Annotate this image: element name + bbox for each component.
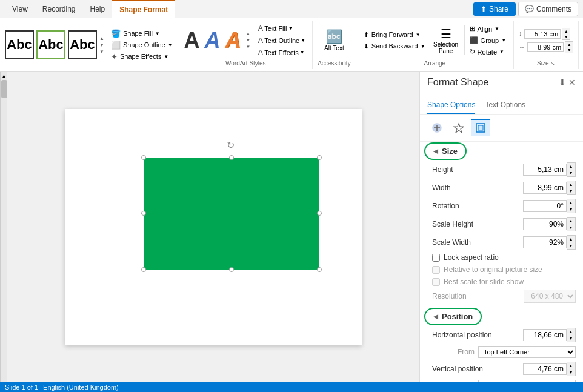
handle-top-middle[interactable]: [229, 155, 234, 160]
handle-middle-left[interactable]: [141, 211, 146, 216]
rotation-spin-down[interactable]: ▼: [567, 206, 575, 213]
rotation-input[interactable]: [523, 200, 567, 212]
green-rectangle[interactable]: ↻: [144, 158, 319, 270]
width-input[interactable]: [527, 42, 564, 52]
best-scale-checkbox[interactable]: [432, 278, 440, 286]
width-panel-spin-up[interactable]: ▲: [567, 181, 575, 188]
handle-top-left[interactable]: [141, 155, 146, 160]
height-spin-down[interactable]: ▼: [562, 34, 570, 39]
wordart-a-blue[interactable]: A: [205, 30, 221, 51]
panel-header-buttons: ⬇ ✕: [559, 78, 576, 87]
scroll-up-btn[interactable]: ▲: [1, 72, 7, 79]
style-scroll-down[interactable]: ▼: [99, 42, 104, 48]
v-pos-spin: ▲ ▼: [567, 362, 576, 376]
h-pos-spin-down[interactable]: ▼: [567, 335, 575, 342]
scroll-thumb[interactable]: [1, 80, 7, 98]
relative-original-checkbox[interactable]: [432, 266, 440, 274]
scale-height-spin-up[interactable]: ▲: [567, 218, 575, 224]
shape-style-2[interactable]: Abc: [36, 30, 65, 59]
handle-top-right[interactable]: [317, 155, 322, 160]
height-panel-spin-down[interactable]: ▼: [567, 170, 575, 176]
resolution-select[interactable]: 640 x 480: [524, 290, 576, 303]
share-button[interactable]: ⬆ Share: [473, 2, 516, 16]
text-fill-btn[interactable]: A Text Fill ▼: [256, 23, 307, 33]
vertical-position-input[interactable]: [523, 363, 567, 375]
rotation-spin: ▲ ▼: [567, 199, 576, 213]
bring-forward-btn[interactable]: ⬆ Bring Forward ▼: [361, 30, 428, 40]
scale-width-value-wrap: ▲ ▼: [523, 235, 576, 250]
style-more[interactable]: ▼: [99, 49, 104, 55]
wordart-row: A A A ▲ ▼ ▼: [184, 30, 251, 51]
scale-width-spin-up[interactable]: ▲: [567, 236, 575, 242]
shape-style-1[interactable]: Abc: [5, 30, 34, 59]
group-btn[interactable]: ⬛ Group ▼: [467, 35, 509, 45]
style-scroll-up[interactable]: ▲: [99, 36, 104, 41]
wordart-a-orange[interactable]: A: [225, 30, 241, 51]
panel-icon-row: [420, 115, 583, 142]
height-spin-up[interactable]: ▲: [562, 28, 570, 34]
size-section-header[interactable]: ◀ Size: [420, 142, 583, 161]
tab-help[interactable]: Help: [83, 0, 113, 18]
wa-scroll-down[interactable]: ▼: [246, 38, 251, 43]
alt-text-button[interactable]: 🔤 Alt Text: [318, 24, 350, 58]
outline-icon: ⬜: [111, 41, 121, 50]
comments-icon: 💬: [525, 5, 534, 13]
rotate-btn[interactable]: ↻ Rotate ▼: [467, 47, 509, 57]
shape-fill-btn[interactable]: 🪣 Shape Fill ▼: [110, 28, 174, 39]
text-outline-btn[interactable]: A Text Outline ▼: [256, 35, 307, 45]
scale-height-spin-down[interactable]: ▼: [567, 224, 575, 231]
rotation-spin-up[interactable]: ▲: [567, 199, 575, 206]
panel-size-icon-btn[interactable]: [471, 119, 490, 136]
width-spin-up[interactable]: ▲: [565, 42, 573, 47]
panel-collapse-btn[interactable]: ⬇: [559, 78, 566, 87]
size-expand-icon[interactable]: ⤡: [550, 61, 555, 67]
shape-style-3[interactable]: Abc: [68, 30, 97, 59]
comments-button[interactable]: 💬 Comments: [518, 2, 578, 16]
from-horizontal-select[interactable]: Top Left Corner: [478, 346, 576, 358]
shape-effects-btn[interactable]: ✦ Shape Effects ▼: [110, 51, 174, 62]
text-effects-btn[interactable]: A Text Effects ▼: [256, 47, 307, 58]
selection-pane-btn[interactable]: ☰ Selection Pane: [430, 24, 462, 58]
width-icon: ↔: [519, 44, 525, 50]
align-btn[interactable]: ⊞ Align ▼: [467, 24, 509, 34]
height-panel-input[interactable]: [523, 164, 567, 176]
shape-outline-btn[interactable]: ⬜ Shape Outline ▼: [110, 40, 174, 50]
panel-close-btn[interactable]: ✕: [568, 78, 576, 87]
handle-middle-right[interactable]: [317, 211, 322, 216]
width-panel-input[interactable]: [523, 182, 567, 194]
v-pos-spin-down[interactable]: ▼: [567, 369, 575, 376]
h-pos-spin-up[interactable]: ▲: [567, 328, 575, 335]
from-vertical-select[interactable]: Top Left Corner: [478, 380, 576, 382]
tab-view[interactable]: View: [5, 0, 35, 18]
scale-height-input[interactable]: [523, 218, 567, 230]
horizontal-position-input[interactable]: [523, 329, 567, 341]
handle-bottom-right[interactable]: [317, 267, 322, 272]
scale-width-spin-down[interactable]: ▼: [567, 242, 575, 249]
send-backward-chevron: ▼: [421, 44, 425, 49]
panel-fill-icon-btn[interactable]: [427, 119, 447, 136]
scale-width-input[interactable]: [523, 236, 567, 248]
wa-scroll-up[interactable]: ▲: [246, 31, 251, 36]
width-panel-spin-down[interactable]: ▼: [567, 188, 575, 194]
height-panel-spin-up[interactable]: ▲: [567, 163, 575, 170]
from-horizontal-label: From: [432, 348, 475, 356]
width-value-wrap: ▲ ▼: [523, 181, 576, 195]
lock-aspect-checkbox[interactable]: [432, 254, 440, 262]
tab-recording[interactable]: Recording: [35, 0, 83, 18]
panel-effects-icon-btn[interactable]: [449, 119, 468, 136]
height-input[interactable]: [524, 29, 561, 39]
rotate-handle[interactable]: ↻: [227, 139, 236, 149]
wordart-a-plain[interactable]: A: [184, 30, 200, 51]
main-scrollbar[interactable]: ▲: [0, 72, 7, 382]
panel-tab-shape-options[interactable]: Shape Options: [427, 98, 475, 114]
tab-shape-format[interactable]: Shape Format: [112, 0, 175, 18]
wordart-arrows: ▲ ▼ ▼: [246, 31, 251, 50]
position-section-header[interactable]: ◀ Position: [420, 307, 583, 326]
send-backward-btn[interactable]: ⬇ Send Backward ▼: [361, 41, 428, 51]
handle-bottom-left[interactable]: [141, 267, 146, 272]
width-spin-down[interactable]: ▼: [565, 47, 573, 53]
wa-more[interactable]: ▼: [246, 44, 251, 50]
handle-bottom-middle[interactable]: [229, 267, 234, 272]
v-pos-spin-up[interactable]: ▲: [567, 362, 575, 369]
panel-tab-text-options[interactable]: Text Options: [485, 98, 525, 114]
